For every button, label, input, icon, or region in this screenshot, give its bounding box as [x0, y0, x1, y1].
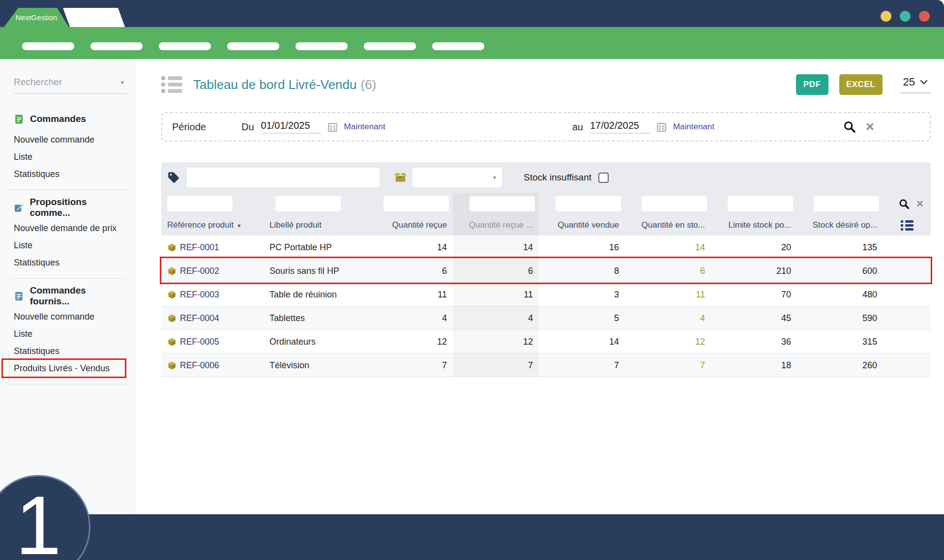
now-link-to[interactable]: Maintenant: [673, 122, 714, 132]
stock-limit-cell: 20: [711, 236, 797, 259]
sidebar-item-label: Nouvelle commande: [14, 312, 94, 322]
sidebar-item-label: Nouvelle demande de prix: [14, 223, 117, 234]
page-size-select[interactable]: 25: [900, 76, 931, 93]
main-content: Tableau de bord Livré-Vendu (6) PDF EXCE…: [136, 59, 944, 514]
app-window: NextGestion ▾ Commandes: [0, 0, 944, 560]
filter-input-qte-vendue[interactable]: [556, 196, 621, 211]
nav-pill-placeholder[interactable]: [295, 42, 348, 50]
product-ref-link[interactable]: REF-0003: [180, 290, 219, 300]
status-dot-teal[interactable]: [900, 11, 911, 22]
column-header-qte-stock[interactable]: Quantité en sto...: [625, 215, 711, 236]
sidebar-item[interactable]: Liste: [14, 237, 127, 254]
product-ref-link[interactable]: REF-0004: [180, 313, 219, 324]
now-link-from[interactable]: Maintenant: [344, 122, 385, 132]
table-row[interactable]: REF-0004 Tablettes 4 4 5 4 45 590: [161, 306, 931, 330]
filter-input-limite-stock[interactable]: [728, 196, 793, 211]
product-ref-link[interactable]: REF-0001: [180, 242, 219, 253]
calendar-icon[interactable]: [328, 122, 337, 132]
nav-pill-placeholder[interactable]: [432, 42, 484, 50]
date-to-input[interactable]: [590, 120, 650, 134]
sidebar-search[interactable]: ▾: [14, 73, 127, 94]
product-ref-cell: REF-0004: [161, 306, 269, 330]
product-cube-icon: [167, 290, 177, 299]
filter-input-reference[interactable]: [167, 196, 233, 211]
date-from-input[interactable]: [261, 120, 321, 134]
qty-sold-cell: 14: [539, 330, 625, 354]
filter-input-qte-stock[interactable]: [642, 196, 707, 211]
sidebar-divider: [9, 384, 127, 384]
sidebar-divider: [9, 190, 127, 190]
column-header-qte-vendue[interactable]: Quantité vendue: [539, 215, 625, 236]
column-header-stock-desire[interactable]: Stock désiré op...: [797, 215, 883, 236]
table-filter-area: ▾ Stock insuffisant: [161, 162, 931, 236]
sidebar-item[interactable]: Statistiques: [14, 343, 127, 360]
clear-filter-icon[interactable]: ✕: [916, 199, 924, 208]
column-header-reference[interactable]: Référence produit ▾: [161, 215, 269, 236]
calendar-icon[interactable]: [657, 122, 666, 132]
pdf-export-button[interactable]: PDF: [796, 74, 828, 95]
supplier-select[interactable]: ▾: [413, 168, 502, 187]
product-ref-link[interactable]: REF-0002: [180, 266, 219, 276]
window-status-dots: [881, 11, 930, 22]
column-header-qte-recue[interactable]: Quantité reçue: [367, 215, 453, 236]
sidebar-item[interactable]: Produits Livrés - Vendus: [14, 360, 127, 377]
qty-sold-cell: 16: [539, 236, 625, 259]
clear-filter-icon[interactable]: ✕: [865, 121, 875, 133]
table-row[interactable]: REF-0002 Souris sans fil HP 6 6 8 6 210 …: [161, 259, 931, 283]
product-cube-icon: [167, 361, 177, 370]
stock-limit-cell: 18: [711, 354, 797, 377]
sidebar-item[interactable]: Liste: [14, 148, 127, 166]
search-icon[interactable]: [843, 120, 856, 134]
secondary-tab-placeholder[interactable]: [63, 8, 125, 27]
column-header-libelle[interactable]: Libellé produit: [269, 215, 367, 236]
column-header-limite-stock[interactable]: Limite stock po...: [711, 215, 797, 236]
table-row[interactable]: REF-0001 PC Portable HP 14 14 16 14 20 1…: [161, 236, 931, 259]
filter-input-libelle[interactable]: [275, 196, 341, 211]
qty-received-2-cell: 7: [453, 354, 539, 377]
qty-received-2-cell: 4: [453, 306, 539, 330]
qty-in-stock-cell: 4: [625, 306, 711, 330]
sidebar-item-label: Nouvelle commande: [14, 135, 94, 145]
filter-input-qte-recue-2[interactable]: [470, 196, 535, 211]
column-header-options[interactable]: [883, 215, 931, 236]
product-label-cell: Souris sans fil HP: [269, 259, 367, 283]
status-dot-yellow[interactable]: [881, 11, 891, 22]
step-number: 1: [15, 484, 61, 560]
row-options-cell: [883, 259, 931, 283]
sidebar-item[interactable]: Liste: [14, 325, 127, 343]
search-icon[interactable]: [898, 198, 910, 210]
sidebar-item[interactable]: Nouvelle commande: [14, 131, 127, 148]
qty-received-2-cell: 14: [453, 236, 539, 259]
excel-export-button[interactable]: EXCEL: [839, 74, 883, 95]
filter-input-qte-recue[interactable]: [384, 196, 449, 211]
status-dot-red[interactable]: [919, 11, 930, 22]
sidebar-item[interactable]: Statistiques: [14, 166, 127, 183]
table-row[interactable]: REF-0005 Ordinateurs 12 12 14 12 36 315: [161, 330, 931, 354]
product-ref-link[interactable]: REF-0006: [180, 360, 219, 371]
sidebar-item[interactable]: Nouvelle commande: [14, 308, 127, 325]
filter-input-stock-desire[interactable]: [814, 196, 879, 211]
table-row[interactable]: REF-0003 Table de réuinion 11 11 3 11 70…: [161, 283, 931, 306]
nav-pill-placeholder[interactable]: [22, 42, 74, 50]
period-actions: ✕: [843, 120, 875, 134]
sidebar-item[interactable]: Nouvelle demande de prix: [14, 220, 127, 237]
tag-filter-input[interactable]: [187, 168, 380, 187]
column-header-qte-recue-2[interactable]: Quantité reçue ...: [453, 215, 539, 236]
sidebar-items-commandes: Nouvelle commandeListeStatistiques: [14, 131, 127, 183]
nav-pill-placeholder[interactable]: [90, 42, 143, 50]
sidebar-search-input[interactable]: [14, 77, 112, 88]
stock-desired-cell: 590: [797, 306, 883, 330]
nav-pill-placeholder[interactable]: [159, 42, 211, 50]
product-ref-link[interactable]: REF-0005: [180, 337, 219, 347]
stock-insufficient-checkbox[interactable]: [598, 173, 609, 183]
sidebar-item[interactable]: Statistiques: [14, 254, 127, 271]
table-row[interactable]: REF-0006 Télévision 7 7 7 7 18 260: [161, 354, 931, 377]
search-dropdown-caret-icon[interactable]: ▾: [120, 79, 124, 86]
stock-limit-cell: 210: [711, 259, 797, 283]
table-body: REF-0001 PC Portable HP 14 14 16 14 20 1…: [161, 236, 931, 377]
product-label-cell: Table de réuinion: [269, 283, 367, 306]
qty-received-cell: 7: [367, 354, 453, 377]
nav-pill-placeholder[interactable]: [227, 42, 279, 50]
nav-pill-placeholder[interactable]: [364, 42, 416, 50]
brand-tab[interactable]: NextGestion: [4, 8, 69, 27]
